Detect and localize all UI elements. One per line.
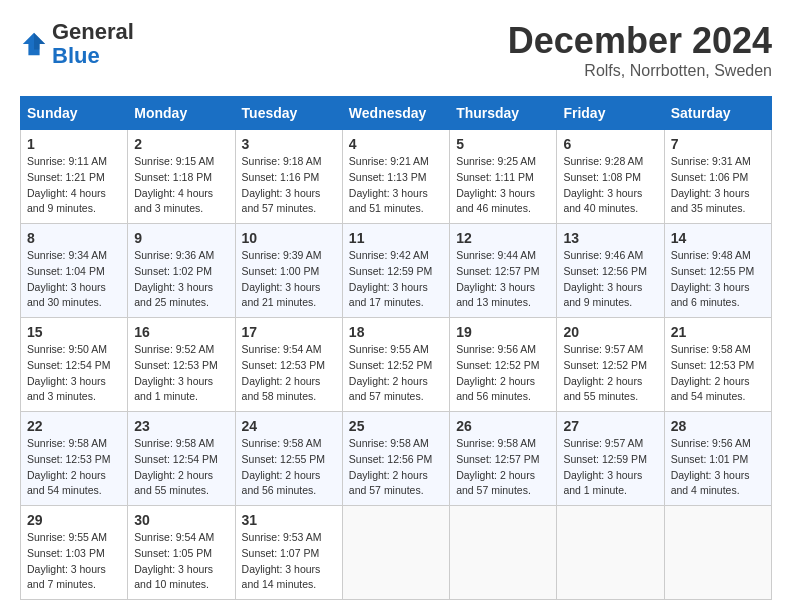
day-info: Sunrise: 9:34 AMSunset: 1:04 PMDaylight:… (27, 248, 121, 311)
calendar-body: 1 Sunrise: 9:11 AMSunset: 1:21 PMDayligh… (21, 130, 772, 600)
day-info: Sunrise: 9:58 AMSunset: 12:53 PMDaylight… (27, 436, 121, 499)
day-number: 25 (349, 418, 443, 434)
calendar-day-cell: 16 Sunrise: 9:52 AMSunset: 12:53 PMDayli… (128, 318, 235, 412)
day-number: 22 (27, 418, 121, 434)
calendar-day-cell: 19 Sunrise: 9:56 AMSunset: 12:52 PMDayli… (450, 318, 557, 412)
calendar-week-row: 22 Sunrise: 9:58 AMSunset: 12:53 PMDayli… (21, 412, 772, 506)
day-number: 31 (242, 512, 336, 528)
day-info: Sunrise: 9:25 AMSunset: 1:11 PMDaylight:… (456, 154, 550, 217)
calendar-day-cell: 13 Sunrise: 9:46 AMSunset: 12:56 PMDayli… (557, 224, 664, 318)
day-number: 7 (671, 136, 765, 152)
calendar-day-cell: 7 Sunrise: 9:31 AMSunset: 1:06 PMDayligh… (664, 130, 771, 224)
day-number: 16 (134, 324, 228, 340)
day-info: Sunrise: 9:36 AMSunset: 1:02 PMDaylight:… (134, 248, 228, 311)
logo-text: General Blue (52, 20, 134, 68)
day-info: Sunrise: 9:46 AMSunset: 12:56 PMDaylight… (563, 248, 657, 311)
day-number: 6 (563, 136, 657, 152)
day-number: 5 (456, 136, 550, 152)
calendar-day-cell: 5 Sunrise: 9:25 AMSunset: 1:11 PMDayligh… (450, 130, 557, 224)
day-info: Sunrise: 9:58 AMSunset: 12:57 PMDaylight… (456, 436, 550, 499)
weekday-header: Wednesday (342, 97, 449, 130)
day-info: Sunrise: 9:50 AMSunset: 12:54 PMDaylight… (27, 342, 121, 405)
logo-blue: Blue (52, 43, 100, 68)
day-info: Sunrise: 9:53 AMSunset: 1:07 PMDaylight:… (242, 530, 336, 593)
weekday-header: Sunday (21, 97, 128, 130)
day-number: 11 (349, 230, 443, 246)
day-number: 24 (242, 418, 336, 434)
calendar-day-cell: 28 Sunrise: 9:56 AMSunset: 1:01 PMDaylig… (664, 412, 771, 506)
calendar-day-cell: 3 Sunrise: 9:18 AMSunset: 1:16 PMDayligh… (235, 130, 342, 224)
header-row: SundayMondayTuesdayWednesdayThursdayFrid… (21, 97, 772, 130)
calendar-day-cell: 25 Sunrise: 9:58 AMSunset: 12:56 PMDayli… (342, 412, 449, 506)
svg-marker-1 (34, 33, 45, 50)
calendar-day-cell (557, 506, 664, 600)
day-info: Sunrise: 9:48 AMSunset: 12:55 PMDaylight… (671, 248, 765, 311)
day-info: Sunrise: 9:55 AMSunset: 12:52 PMDaylight… (349, 342, 443, 405)
day-number: 27 (563, 418, 657, 434)
day-info: Sunrise: 9:57 AMSunset: 12:59 PMDaylight… (563, 436, 657, 499)
weekday-header: Saturday (664, 97, 771, 130)
calendar-day-cell (664, 506, 771, 600)
weekday-header: Monday (128, 97, 235, 130)
day-number: 14 (671, 230, 765, 246)
calendar-day-cell: 18 Sunrise: 9:55 AMSunset: 12:52 PMDayli… (342, 318, 449, 412)
day-number: 8 (27, 230, 121, 246)
calendar-day-cell: 12 Sunrise: 9:44 AMSunset: 12:57 PMDayli… (450, 224, 557, 318)
day-number: 13 (563, 230, 657, 246)
calendar-week-row: 15 Sunrise: 9:50 AMSunset: 12:54 PMDayli… (21, 318, 772, 412)
day-info: Sunrise: 9:54 AMSunset: 1:05 PMDaylight:… (134, 530, 228, 593)
calendar-day-cell: 26 Sunrise: 9:58 AMSunset: 12:57 PMDayli… (450, 412, 557, 506)
day-number: 26 (456, 418, 550, 434)
calendar-week-row: 8 Sunrise: 9:34 AMSunset: 1:04 PMDayligh… (21, 224, 772, 318)
day-number: 15 (27, 324, 121, 340)
weekday-header: Thursday (450, 97, 557, 130)
day-number: 1 (27, 136, 121, 152)
day-info: Sunrise: 9:42 AMSunset: 12:59 PMDaylight… (349, 248, 443, 311)
logo: General Blue (20, 20, 134, 68)
day-number: 9 (134, 230, 228, 246)
day-number: 10 (242, 230, 336, 246)
weekday-header: Tuesday (235, 97, 342, 130)
day-number: 18 (349, 324, 443, 340)
day-info: Sunrise: 9:44 AMSunset: 12:57 PMDaylight… (456, 248, 550, 311)
calendar-subtitle: Rolfs, Norrbotten, Sweden (508, 62, 772, 80)
day-number: 4 (349, 136, 443, 152)
calendar-day-cell: 17 Sunrise: 9:54 AMSunset: 12:53 PMDayli… (235, 318, 342, 412)
day-info: Sunrise: 9:58 AMSunset: 12:56 PMDaylight… (349, 436, 443, 499)
calendar-day-cell: 11 Sunrise: 9:42 AMSunset: 12:59 PMDayli… (342, 224, 449, 318)
calendar-day-cell: 4 Sunrise: 9:21 AMSunset: 1:13 PMDayligh… (342, 130, 449, 224)
day-number: 3 (242, 136, 336, 152)
day-info: Sunrise: 9:56 AMSunset: 12:52 PMDaylight… (456, 342, 550, 405)
calendar-day-cell: 21 Sunrise: 9:58 AMSunset: 12:53 PMDayli… (664, 318, 771, 412)
day-number: 2 (134, 136, 228, 152)
day-info: Sunrise: 9:31 AMSunset: 1:06 PMDaylight:… (671, 154, 765, 217)
calendar-day-cell: 27 Sunrise: 9:57 AMSunset: 12:59 PMDayli… (557, 412, 664, 506)
day-info: Sunrise: 9:56 AMSunset: 1:01 PMDaylight:… (671, 436, 765, 499)
day-info: Sunrise: 9:52 AMSunset: 12:53 PMDaylight… (134, 342, 228, 405)
day-info: Sunrise: 9:57 AMSunset: 12:52 PMDaylight… (563, 342, 657, 405)
day-info: Sunrise: 9:54 AMSunset: 12:53 PMDaylight… (242, 342, 336, 405)
calendar-day-cell: 20 Sunrise: 9:57 AMSunset: 12:52 PMDayli… (557, 318, 664, 412)
calendar-day-cell: 15 Sunrise: 9:50 AMSunset: 12:54 PMDayli… (21, 318, 128, 412)
calendar-day-cell: 8 Sunrise: 9:34 AMSunset: 1:04 PMDayligh… (21, 224, 128, 318)
calendar-week-row: 1 Sunrise: 9:11 AMSunset: 1:21 PMDayligh… (21, 130, 772, 224)
day-info: Sunrise: 9:58 AMSunset: 12:54 PMDaylight… (134, 436, 228, 499)
page-header: General Blue December 2024 Rolfs, Norrbo… (20, 20, 772, 80)
calendar-title: December 2024 (508, 20, 772, 62)
day-number: 29 (27, 512, 121, 528)
calendar-day-cell (450, 506, 557, 600)
calendar-header: SundayMondayTuesdayWednesdayThursdayFrid… (21, 97, 772, 130)
calendar-day-cell: 29 Sunrise: 9:55 AMSunset: 1:03 PMDaylig… (21, 506, 128, 600)
calendar-day-cell: 10 Sunrise: 9:39 AMSunset: 1:00 PMDaylig… (235, 224, 342, 318)
day-number: 23 (134, 418, 228, 434)
title-section: December 2024 Rolfs, Norrbotten, Sweden (508, 20, 772, 80)
day-info: Sunrise: 9:58 AMSunset: 12:55 PMDaylight… (242, 436, 336, 499)
day-number: 12 (456, 230, 550, 246)
calendar-day-cell: 22 Sunrise: 9:58 AMSunset: 12:53 PMDayli… (21, 412, 128, 506)
day-info: Sunrise: 9:58 AMSunset: 12:53 PMDaylight… (671, 342, 765, 405)
day-info: Sunrise: 9:18 AMSunset: 1:16 PMDaylight:… (242, 154, 336, 217)
calendar-week-row: 29 Sunrise: 9:55 AMSunset: 1:03 PMDaylig… (21, 506, 772, 600)
day-info: Sunrise: 9:21 AMSunset: 1:13 PMDaylight:… (349, 154, 443, 217)
calendar-day-cell: 1 Sunrise: 9:11 AMSunset: 1:21 PMDayligh… (21, 130, 128, 224)
day-number: 17 (242, 324, 336, 340)
